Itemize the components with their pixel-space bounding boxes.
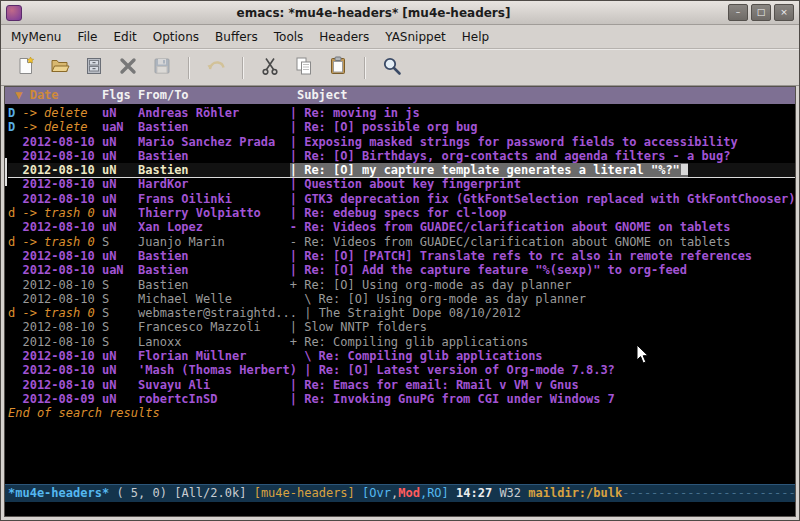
column-header-flags[interactable]: Flgs [102,87,138,104]
message-date: 2012-08-10 [22,349,101,363]
message-row[interactable]: 2012-08-10SMichael Welle \ Re: [O] Using… [8,292,795,306]
copy-button[interactable] [288,53,320,82]
message-row[interactable]: D-> deleteuNAndreas Röhler| Re: moving i… [8,106,795,120]
menu-item-help[interactable]: Help [454,27,497,47]
message-flags: uN [102,378,138,392]
headers-buffer[interactable]: D-> deleteuNAndreas Röhler| Re: moving i… [5,104,795,484]
dired-icon [84,56,104,80]
message-from: Juanjo Marin [138,235,282,249]
dired-button[interactable] [78,53,110,82]
message-row[interactable]: 2012-08-10uN'Mash (Thomas Herbert)| Re: … [8,363,795,377]
message-flags: uN [102,106,138,120]
minimize-button[interactable]: – [728,4,748,21]
end-of-results-text: End of search results [8,406,795,420]
message-flags: uN [102,349,138,363]
message-subject: | Question about key fingerprint [290,177,521,191]
message-flags: uN [102,206,138,220]
cut-button[interactable] [254,53,286,82]
maximize-button[interactable]: □ [751,4,771,21]
message-subject: | Re: Invoking GnuPG from CGI under Wind… [290,392,615,406]
message-subject: | Slow NNTP folders [290,320,427,334]
column-header-date[interactable]: ▼ Date [8,87,102,104]
message-row[interactable]: 2012-08-10SFrancesco Mazzoli| Slow NNTP … [8,320,795,334]
message-flags: S [102,235,138,249]
message-row[interactable]: d-> trash 0SJuanjo Marin- Re: Videos fro… [8,235,795,249]
message-from: Frans Oilinki [138,192,282,206]
close-button[interactable]: × [774,4,794,21]
menu-item-edit[interactable]: Edit [106,27,145,47]
column-header-subject[interactable]: Subject [290,87,348,104]
kill-buffer-button[interactable] [112,53,144,82]
column-header-from[interactable]: From/To [138,87,282,104]
message-from: Bastien [138,120,282,134]
message-date: 2012-08-10 [22,363,101,377]
message-row[interactable]: 2012-08-10uNBastien| Re: [O] my capture … [8,163,795,177]
message-flags: uN [102,177,138,191]
message-date: 2012-08-10 [22,163,101,177]
menu-item-options[interactable]: Options [145,27,207,47]
message-from: HardKor [138,177,282,191]
message-row[interactable]: 2012-08-10SLanoxx+ Re: Compiling glib ap… [8,335,795,349]
header-line: ▼ DateFlgsFrom/To Subject [5,87,795,104]
message-row[interactable]: 2012-08-10uNBastien| Re: [O] [PATCH] Tra… [8,249,795,263]
message-from: Bastien [138,163,282,177]
message-date: 2012-08-10 [22,292,101,306]
message-row[interactable]: 2012-08-10uaNBastien| Re: [O] Add the ca… [8,263,795,277]
menu-item-file[interactable]: File [69,27,105,47]
menu-item-headers[interactable]: Headers [311,27,377,47]
message-subject: | Re: [O] Birthdays, org-contacts and ag… [290,149,731,163]
message-from: Thierry Volpiatto [138,206,282,220]
menu-item-buffers[interactable]: Buffers [207,27,266,47]
emacs-frame: ▼ DateFlgsFrom/To Subject D-> deleteuNAn… [4,86,796,517]
message-date: 2012-08-10 [22,378,101,392]
modeline-segment: [All/2.0k] [174,486,253,500]
message-row[interactable]: 2012-08-10uNBastien| Re: [O] Birthdays, … [8,149,795,163]
menu-item-tools[interactable]: Tools [266,27,312,47]
message-from: Lanoxx [138,335,282,349]
message-flags: S [102,292,138,306]
message-flags: uaN [102,263,138,277]
message-row[interactable]: d-> trash 0uNThierry Volpiatto| Re: edeb… [8,206,795,220]
message-flags: uN [102,392,138,406]
new-file-button[interactable] [10,53,42,82]
message-row[interactable]: 2012-08-10uNXan Lopez- Re: Videos from G… [8,220,795,234]
message-row[interactable]: 2012-08-09uNrobertcInSD| Re: Invoking Gn… [8,392,795,406]
message-subject: | GTK3 deprecation fix (GtkFontSelection… [290,192,795,206]
message-flags: uN [102,163,138,177]
message-flags: uaN [102,120,138,134]
message-row[interactable]: 2012-08-10uNFrans Oilinki| GTK3 deprecat… [8,192,795,206]
message-subject: | Re: moving in js [290,106,420,120]
modeline-segment: maildir:/bulk [528,486,622,500]
minibuffer[interactable] [5,502,795,516]
message-mark: d [8,306,22,320]
message-row[interactable]: 2012-08-10uNMario Sanchez Prada| Exposin… [8,135,795,149]
message-row[interactable]: 2012-08-10SBastien+ Re: [O] Using org-mo… [8,278,795,292]
modeline-segment: ] [442,486,449,500]
modeline-segment: W32 [492,486,528,500]
message-from: 'Mash (Thomas Herbert) [138,363,297,377]
save-buffer-button [146,53,178,82]
modeline-segment: 14:27 [449,486,492,500]
open-file-button[interactable] [44,53,76,82]
message-subject: \ Re: Compiling glib applications [290,349,543,363]
paste-icon [328,56,348,80]
modeline-segment: *mu4e-headers* [8,486,109,500]
scrollbar-thumb[interactable] [5,158,7,186]
title-bar[interactable]: emacs: *mu4e-headers* [mu4e-headers] – □… [1,1,799,25]
message-date: 2012-08-10 [22,192,101,206]
message-row[interactable]: d-> trash 0Swebmaster@straightd...| The … [8,306,795,320]
message-date: -> trash 0 [22,306,101,320]
toolbar-separator [242,57,244,79]
message-row[interactable]: D-> deleteuaNBastien| Re: [O] possible o… [8,120,795,134]
emacs-window: emacs: *mu4e-headers* [mu4e-headers] – □… [0,0,800,521]
paste-button[interactable] [322,53,354,82]
menu-item-yasnippet[interactable]: YASnippet [377,27,454,47]
message-row[interactable]: 2012-08-10uNSuvayu Ali| Re: Emacs for em… [8,378,795,392]
message-from: Suvayu Ali [138,378,282,392]
menu-item-mymenu[interactable]: MyMenu [3,27,69,47]
copy-icon [294,56,314,80]
search-button[interactable] [376,53,408,82]
message-row[interactable]: 2012-08-10uNHardKor| Question about key … [8,177,795,191]
message-row[interactable]: 2012-08-10uNFlorian Müllner \ Re: Compil… [8,349,795,363]
message-date: 2012-08-09 [22,392,101,406]
